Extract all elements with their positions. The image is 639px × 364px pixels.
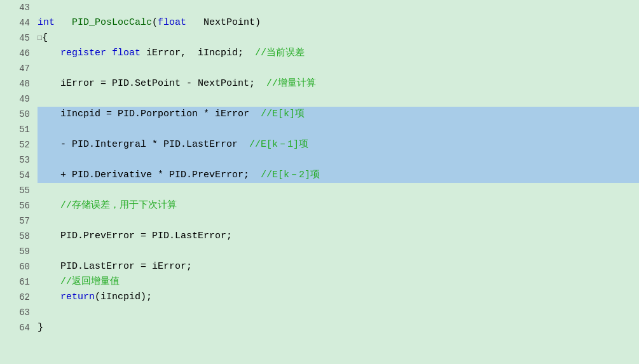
code-line: iIncpid = PID.Porportion * iError //E[k]… bbox=[38, 107, 639, 122]
code-token: float bbox=[112, 46, 141, 61]
code-line bbox=[38, 213, 639, 229]
code-token: return bbox=[60, 290, 95, 305]
code-line: } bbox=[38, 320, 639, 335]
line-number: 57 bbox=[0, 213, 30, 229]
code-line bbox=[38, 122, 639, 137]
code-line: - PID.Intergral * PID.LastError //E[k－1]… bbox=[38, 137, 639, 152]
code-token: (iIncpid); bbox=[95, 290, 152, 305]
code-line bbox=[38, 305, 639, 320]
line-number: 43 bbox=[0, 0, 30, 15]
line-number-gutter: 4344454647484950515253545556575859606162… bbox=[0, 0, 35, 364]
fold-marker[interactable]: □ bbox=[38, 30, 42, 46]
line-number: 48 bbox=[0, 76, 30, 91]
code-token: //E[k]项 bbox=[261, 107, 305, 122]
code-line bbox=[38, 91, 639, 107]
code-line bbox=[38, 244, 639, 259]
line-number: 53 bbox=[0, 152, 30, 168]
code-line: iError = PID.SetPoint - NextPoint; //增量计… bbox=[38, 76, 639, 91]
code-token: //返回增量值 bbox=[38, 274, 120, 290]
line-number: 54 bbox=[0, 168, 30, 183]
line-number: 56 bbox=[0, 198, 30, 213]
line-number: 61 bbox=[0, 274, 30, 290]
code-line: return(iIncpid); bbox=[38, 290, 639, 305]
code-line: register float iError, iIncpid; //当前误差 bbox=[38, 46, 639, 61]
line-number: 44 bbox=[0, 15, 30, 30]
code-token bbox=[106, 46, 112, 61]
code-token: //E[k－2]项 bbox=[261, 168, 320, 183]
code-token: iError, iIncpid; bbox=[141, 46, 255, 61]
line-number: 60 bbox=[0, 259, 30, 274]
line-number: 55 bbox=[0, 183, 30, 198]
code-area[interactable]: int PID_PosLocCalc(float NextPoint)□{ re… bbox=[35, 0, 639, 364]
code-line bbox=[38, 61, 639, 76]
code-line: PID.LastError = iError; bbox=[38, 259, 639, 274]
line-number: 49 bbox=[0, 91, 30, 107]
code-token: NextPoint) bbox=[186, 15, 261, 30]
code-token: register bbox=[60, 46, 106, 61]
line-number: 63 bbox=[0, 305, 30, 320]
code-token: { bbox=[42, 30, 48, 46]
code-line: int PID_PosLocCalc(float NextPoint) bbox=[38, 15, 639, 30]
code-token: PID_PosLocCalc bbox=[72, 15, 152, 30]
code-line: □{ bbox=[38, 30, 639, 46]
line-number: 64 bbox=[0, 320, 30, 335]
code-token: //当前误差 bbox=[255, 46, 305, 61]
code-token: float bbox=[158, 15, 186, 30]
code-line bbox=[38, 152, 639, 168]
code-line bbox=[38, 183, 639, 198]
code-token bbox=[55, 15, 72, 30]
line-number: 59 bbox=[0, 244, 30, 259]
code-line: //存储误差，用于下次计算 bbox=[38, 198, 639, 213]
line-number: 62 bbox=[0, 290, 30, 305]
line-number: 50 bbox=[0, 107, 30, 122]
code-token bbox=[38, 290, 60, 305]
code-token: int bbox=[38, 15, 55, 30]
code-token: iError = PID.SetPoint - NextPoint; bbox=[38, 76, 266, 91]
code-token: } bbox=[38, 320, 43, 335]
code-token: PID.LastError = iError; bbox=[38, 259, 192, 274]
code-token: ( bbox=[152, 15, 158, 30]
code-line: //返回增量值 bbox=[38, 274, 639, 290]
code-token: - PID.Intergral * PID.LastError bbox=[38, 137, 249, 152]
code-line bbox=[38, 0, 639, 15]
line-number: 47 bbox=[0, 61, 30, 76]
line-number: 46 bbox=[0, 46, 30, 61]
code-editor: 4344454647484950515253545556575859606162… bbox=[0, 0, 639, 364]
code-token: PID.PrevError = PID.LastError; bbox=[38, 229, 232, 244]
line-number: 58 bbox=[0, 229, 30, 244]
code-token: //E[k－1]项 bbox=[249, 137, 308, 152]
code-line: PID.PrevError = PID.LastError; bbox=[38, 229, 639, 244]
code-token: //存储误差，用于下次计算 bbox=[38, 198, 177, 213]
code-token bbox=[38, 46, 60, 61]
line-number: 51 bbox=[0, 122, 30, 137]
code-token: + PID.Derivative * PID.PrevError; bbox=[38, 168, 261, 183]
code-token: //增量计算 bbox=[266, 76, 316, 91]
code-line: + PID.Derivative * PID.PrevError; //E[k－… bbox=[38, 168, 639, 183]
line-number: 45 bbox=[0, 30, 30, 46]
line-number: 52 bbox=[0, 137, 30, 152]
code-token: iIncpid = PID.Porportion * iError bbox=[38, 107, 261, 122]
